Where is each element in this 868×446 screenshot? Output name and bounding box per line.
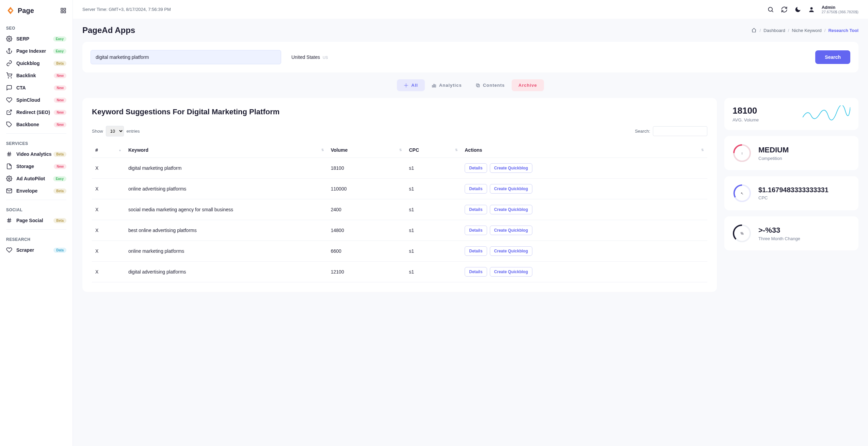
create-quickblog-button[interactable]: Create Quickblog: [490, 226, 532, 235]
tab-analytics[interactable]: Analytics: [425, 79, 469, 91]
sidebar-item-backlink[interactable]: Backlink New: [0, 69, 73, 82]
badge-new: New: [54, 85, 66, 90]
table-search-input[interactable]: [653, 126, 707, 136]
search-button[interactable]: Search: [815, 50, 850, 64]
badge-data: Data: [53, 248, 66, 253]
svg-line-19: [8, 218, 9, 223]
filter-tabs: All Analytics Contents Archive: [82, 79, 858, 91]
tab-contents[interactable]: Contents: [469, 79, 512, 91]
create-quickblog-button[interactable]: Create Quickblog: [490, 246, 532, 256]
stat-change: % >-%33 Three Month Change: [724, 216, 858, 250]
cell-idx: X: [92, 262, 125, 282]
svg-rect-2: [61, 11, 63, 13]
user-info[interactable]: Admin 27.6750$ (366.7820$): [822, 5, 858, 14]
tab-archive[interactable]: Archive: [512, 79, 544, 91]
create-quickblog-button[interactable]: Create Quickblog: [490, 184, 532, 194]
sidebar: Page SEO SERP Easy Page Indexer Easy: [0, 0, 73, 446]
sidebar-item-page-indexer[interactable]: Page Indexer Easy: [0, 45, 73, 57]
table-row: X digital marketing platform 18100 s1 De…: [92, 158, 707, 179]
show-label: Show: [92, 129, 103, 134]
svg-rect-31: [435, 85, 436, 87]
badge-beta: Beta: [53, 61, 66, 66]
keywords-table: #▲ Keyword⇅ Volume⇅ CPC⇅ Actions⇅ X digi…: [92, 143, 707, 282]
create-quickblog-button[interactable]: Create Quickblog: [490, 267, 532, 277]
search-icon[interactable]: [767, 6, 774, 13]
cell-volume: 110000: [327, 179, 406, 199]
svg-rect-0: [61, 8, 63, 10]
sidebar-item-cta[interactable]: CTA New: [0, 82, 73, 94]
cell-idx: X: [92, 220, 125, 241]
sort-asc-icon: ▲: [118, 148, 122, 152]
country-code: US: [323, 55, 328, 60]
details-button[interactable]: Details: [465, 184, 487, 194]
sidebar-item-redirect-seo-[interactable]: Redirect (SEO) New: [0, 106, 73, 118]
create-quickblog-button[interactable]: Create Quickblog: [490, 205, 532, 214]
sidebar-item-spincloud[interactable]: SpinCloud New: [0, 94, 73, 106]
sidebar-item-label: Quickblog: [16, 61, 39, 66]
cell-keyword: best online advertising platforms: [125, 220, 327, 241]
details-button[interactable]: Details: [465, 246, 487, 256]
svg-line-22: [772, 11, 773, 12]
stat-avg-volume: 18100 AVG. Volume: [724, 98, 858, 130]
breadcrumb-niche-keyword[interactable]: Niche Keyword: [792, 28, 821, 33]
col-actions[interactable]: Actions⇅: [461, 143, 707, 158]
sidebar-item-scraper[interactable]: Scraper Data: [0, 244, 73, 256]
col-idx[interactable]: #▲: [92, 143, 125, 158]
cell-cpc: s1: [405, 179, 461, 199]
sidebar-item-backbone[interactable]: Backbone New: [0, 118, 73, 131]
user-avatar-icon[interactable]: [808, 6, 815, 13]
svg-point-4: [9, 38, 10, 40]
sidebar-item-label: Scraper: [16, 247, 34, 253]
logo[interactable]: Page: [6, 6, 34, 15]
topbar: Server Time: GMT+3, 8/17/2024, 7:56:39 P…: [73, 0, 868, 19]
details-button[interactable]: Details: [465, 163, 487, 173]
svg-line-14: [10, 152, 11, 156]
table-row: X online advertising platforms 110000 s1…: [92, 179, 707, 199]
keyword-input[interactable]: [91, 50, 281, 64]
sidebar-item-ad-autopilot[interactable]: Ad AutoPilot Easy: [0, 172, 73, 185]
file-icon: [6, 163, 12, 169]
details-button[interactable]: Details: [465, 226, 487, 235]
apps-grid-icon[interactable]: [60, 7, 66, 14]
details-button[interactable]: Details: [465, 267, 487, 277]
col-keyword[interactable]: Keyword⇅: [125, 143, 327, 158]
sidebar-item-storage[interactable]: Storage New: [0, 160, 73, 172]
sidebar-item-page-social[interactable]: Page Social Beta: [0, 214, 73, 227]
col-volume[interactable]: Volume⇅: [327, 143, 406, 158]
sort-icon: ⇅: [701, 148, 704, 152]
sidebar-item-label: Backlink: [16, 73, 36, 78]
hash-icon: [6, 217, 12, 224]
dark-mode-icon[interactable]: [794, 6, 801, 13]
sidebar-item-serp[interactable]: SERP Easy: [0, 33, 73, 45]
create-quickblog-button[interactable]: Create Quickblog: [490, 163, 532, 173]
details-button[interactable]: Details: [465, 205, 487, 214]
table-row: X online marketing platforms 6600 s1 Det…: [92, 241, 707, 262]
competition-ring-icon: ↕: [733, 144, 752, 163]
sidebar-item-video-analytics[interactable]: Video Analytics Beta: [0, 148, 73, 160]
svg-rect-32: [477, 84, 479, 87]
home-icon[interactable]: [751, 28, 757, 33]
breadcrumb-dashboard[interactable]: Dashboard: [763, 28, 785, 33]
table-row: X best online advertising platforms 1480…: [92, 220, 707, 241]
entries-select[interactable]: 10: [106, 126, 124, 136]
svg-rect-29: [432, 85, 433, 87]
col-cpc[interactable]: CPC⇅: [405, 143, 461, 158]
sidebar-item-envelope[interactable]: Envelope Beta: [0, 185, 73, 197]
tab-all[interactable]: All: [397, 79, 425, 91]
country-select[interactable]: United States US: [287, 50, 810, 64]
cpc-ring-icon: ↖: [733, 184, 752, 203]
svg-point-8: [11, 78, 12, 78]
refresh-icon[interactable]: [781, 6, 788, 13]
country-name: United States: [291, 54, 320, 60]
cell-volume: 14800: [327, 220, 406, 241]
badge-new: New: [54, 164, 66, 169]
badge-beta: Beta: [53, 188, 66, 194]
badge-easy: Easy: [53, 176, 66, 181]
competition-value: MEDIUM: [758, 146, 789, 154]
avg-volume-label: AVG. Volume: [733, 117, 759, 122]
cpc-label: CPC: [758, 195, 829, 200]
change-label: Three Month Change: [758, 236, 800, 241]
cell-idx: X: [92, 199, 125, 220]
cell-cpc: s1: [405, 220, 461, 241]
sidebar-item-quickblog[interactable]: Quickblog Beta: [0, 57, 73, 69]
